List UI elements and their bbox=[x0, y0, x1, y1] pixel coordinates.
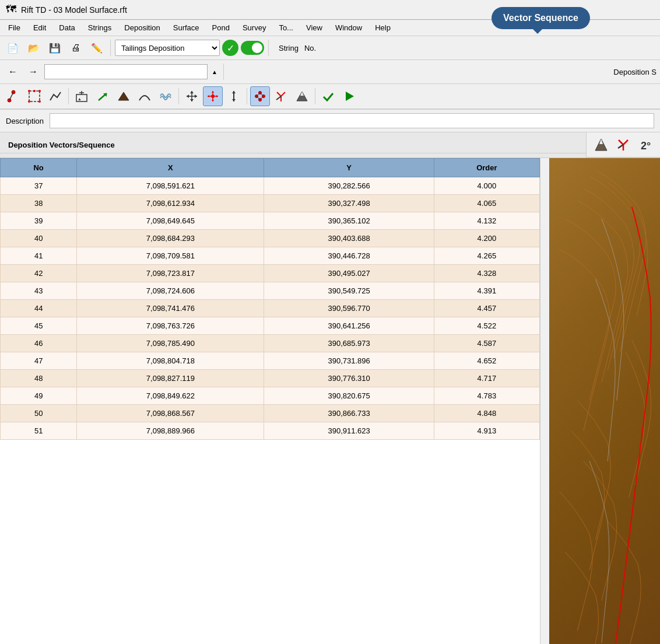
cell-order: 4.848 bbox=[434, 405, 539, 422]
table-row[interactable]: 42 7,098,723.817 390,495.027 4.328 bbox=[1, 265, 540, 282]
tailings-dropdown[interactable]: Tailings Deposition bbox=[115, 40, 220, 56]
pinwheel-tool[interactable] bbox=[271, 86, 291, 106]
menu-file[interactable]: File bbox=[2, 21, 26, 34]
mountain-view-icon[interactable] bbox=[591, 135, 611, 155]
forward-button[interactable]: → bbox=[24, 62, 43, 81]
table-row[interactable]: 39 7,098,649.645 390,365.102 4.132 bbox=[1, 212, 540, 230]
cell-y: 390,685.973 bbox=[264, 335, 434, 352]
table-row[interactable]: 43 7,098,724.606 390,549.725 4.391 bbox=[1, 282, 540, 300]
wave-tool[interactable] bbox=[156, 86, 175, 106]
sep3 bbox=[223, 64, 224, 80]
table-row[interactable]: 41 7,098,709.581 390,446.728 4.265 bbox=[1, 247, 540, 265]
sep-draw1 bbox=[68, 88, 69, 104]
svg-line-39 bbox=[257, 96, 260, 100]
cell-y: 390,495.027 bbox=[264, 265, 434, 282]
cell-x: 7,098,723.817 bbox=[77, 265, 264, 282]
table-row[interactable]: 40 7,098,684.293 390,403.688 4.200 bbox=[1, 230, 540, 247]
menu-data[interactable]: Data bbox=[53, 21, 80, 34]
node-tool[interactable] bbox=[3, 86, 23, 106]
app-icon: 🗺 bbox=[6, 4, 16, 16]
cell-no: 49 bbox=[1, 387, 77, 405]
cell-y: 390,327.498 bbox=[264, 195, 434, 212]
cell-order: 4.000 bbox=[434, 177, 539, 195]
node-select-tool[interactable] bbox=[250, 86, 270, 106]
menu-deposition[interactable]: Deposition bbox=[118, 21, 166, 34]
menu-view[interactable]: View bbox=[300, 21, 328, 34]
table-scroll[interactable]: No X Y Order 37 7,098,591.621 390,282.56… bbox=[0, 158, 540, 644]
confirm-button[interactable]: ✓ bbox=[222, 40, 238, 56]
forward-icon: → bbox=[29, 66, 38, 77]
cell-x: 7,098,724.606 bbox=[77, 282, 264, 300]
svg-line-52 bbox=[618, 145, 623, 148]
new-doc-button[interactable]: 📄 bbox=[3, 38, 22, 57]
menu-strings[interactable]: Strings bbox=[82, 21, 117, 34]
cell-no: 47 bbox=[1, 352, 77, 370]
table-row[interactable]: 47 7,098,804.718 390,731.896 4.652 bbox=[1, 352, 540, 370]
new-doc-icon: 📄 bbox=[7, 43, 19, 54]
table-row[interactable]: 38 7,098,612.934 390,327.498 4.065 bbox=[1, 195, 540, 212]
cell-order: 4.587 bbox=[434, 335, 539, 352]
accept-tool[interactable] bbox=[318, 86, 338, 106]
open-button[interactable]: 📂 bbox=[24, 38, 43, 57]
menu-window[interactable]: Window bbox=[329, 21, 368, 34]
menu-pond[interactable]: Pond bbox=[206, 21, 236, 34]
arrow-tool[interactable] bbox=[93, 86, 113, 106]
save-button[interactable]: 💾 bbox=[45, 38, 64, 57]
vertical-move-tool[interactable] bbox=[224, 86, 244, 106]
polyline-tool[interactable] bbox=[45, 86, 65, 106]
table-row[interactable]: 45 7,098,763.726 390,641.256 4.522 bbox=[1, 317, 540, 335]
svg-marker-31 bbox=[232, 99, 236, 102]
move-all-tool[interactable] bbox=[182, 86, 202, 106]
cross-tool[interactable] bbox=[203, 86, 223, 106]
cell-x: 7,098,684.293 bbox=[77, 230, 264, 247]
table-row[interactable]: 44 7,098,741.476 390,596.770 4.457 bbox=[1, 300, 540, 317]
edit-button[interactable]: ✏️ bbox=[87, 38, 106, 57]
cell-order: 4.132 bbox=[434, 212, 539, 230]
rotate-view-icon[interactable]: 2° bbox=[636, 135, 655, 155]
mountain-tool[interactable] bbox=[292, 86, 312, 106]
table-row[interactable]: 50 7,098,868.567 390,866.733 4.848 bbox=[1, 405, 540, 422]
toolbar-main: 📄 📂 💾 🖨 ✏️ Tailings Deposition ✓ String … bbox=[0, 36, 660, 60]
description-input[interactable] bbox=[50, 113, 654, 128]
select-tool[interactable] bbox=[24, 86, 44, 106]
col-no: No bbox=[1, 159, 77, 177]
dam-profile-tool[interactable] bbox=[114, 86, 134, 106]
input-up-button[interactable]: ▲ bbox=[209, 62, 220, 81]
menu-help[interactable]: Help bbox=[369, 21, 396, 34]
sep-draw2 bbox=[178, 88, 179, 104]
cell-order: 4.783 bbox=[434, 387, 539, 405]
svg-rect-3 bbox=[29, 91, 40, 102]
cell-y: 390,403.688 bbox=[264, 230, 434, 247]
no-label: No. bbox=[304, 44, 316, 52]
print-button[interactable]: 🖨 bbox=[66, 38, 85, 57]
cell-y: 390,776.310 bbox=[264, 370, 434, 387]
table-row[interactable]: 49 7,098,849.622 390,820.675 4.783 bbox=[1, 387, 540, 405]
table-row[interactable]: 51 7,098,889.966 390,911.623 4.913 bbox=[1, 422, 540, 440]
menu-survey[interactable]: Survey bbox=[237, 21, 272, 34]
toggle-button[interactable] bbox=[241, 41, 264, 55]
cell-no: 42 bbox=[1, 265, 77, 282]
scrollbar[interactable] bbox=[540, 158, 549, 644]
print-icon: 🖨 bbox=[71, 43, 80, 53]
table-row[interactable]: 37 7,098,591.621 390,282.566 4.000 bbox=[1, 177, 540, 195]
menu-edit[interactable]: Edit bbox=[27, 21, 52, 34]
back-button[interactable]: ← bbox=[3, 62, 22, 81]
svg-point-5 bbox=[38, 90, 41, 92]
svg-point-7 bbox=[38, 100, 41, 103]
cell-order: 4.328 bbox=[434, 265, 539, 282]
cell-x: 7,098,889.966 bbox=[77, 422, 264, 440]
curve-tool[interactable] bbox=[135, 86, 155, 106]
menu-surface[interactable]: Surface bbox=[167, 21, 205, 34]
table-row[interactable]: 48 7,098,827.119 390,776.310 4.717 bbox=[1, 370, 540, 387]
nav-input[interactable] bbox=[44, 64, 208, 79]
run-tool[interactable] bbox=[339, 86, 359, 106]
svg-marker-19 bbox=[190, 99, 194, 102]
elevation-tool[interactable]: ▲ bbox=[72, 86, 92, 106]
wind-view-icon[interactable] bbox=[613, 135, 633, 155]
cell-x: 7,098,763.726 bbox=[77, 317, 264, 335]
edit-icon: ✏️ bbox=[91, 43, 103, 54]
menu-to[interactable]: To... bbox=[273, 21, 299, 34]
cell-y: 390,596.770 bbox=[264, 300, 434, 317]
table-row[interactable]: 46 7,098,785.490 390,685.973 4.587 bbox=[1, 335, 540, 352]
svg-line-49 bbox=[619, 140, 623, 145]
